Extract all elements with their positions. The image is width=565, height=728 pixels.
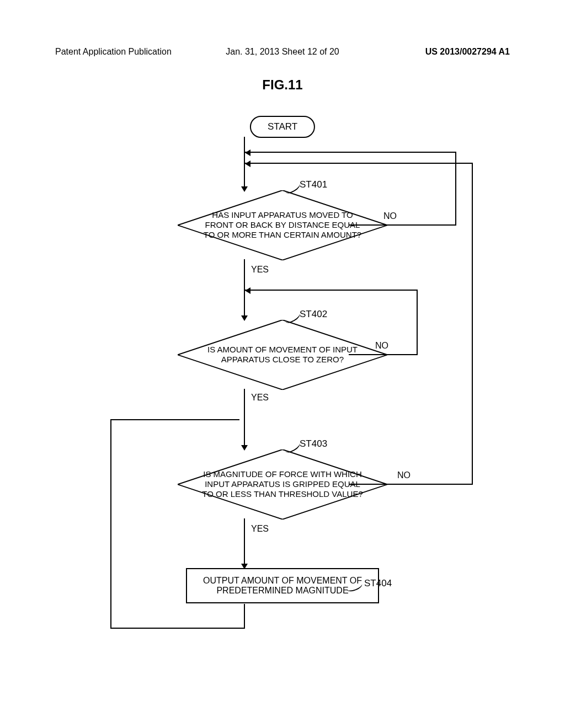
connector-line — [472, 163, 473, 485]
arrow-icon — [245, 160, 250, 167]
connector-line — [110, 419, 239, 420]
step-label-st403: ST403 — [300, 438, 327, 449]
connector-line — [244, 518, 245, 568]
label-yes: YES — [251, 524, 269, 534]
connector-line — [110, 419, 111, 629]
connector-line — [244, 604, 245, 629]
connector-line — [244, 152, 456, 153]
label-no: NO — [383, 211, 397, 221]
label-yes: YES — [251, 393, 269, 403]
step-label-st402: ST402 — [300, 309, 327, 320]
connector-line — [349, 224, 456, 226]
connector-line — [417, 290, 418, 355]
connector-line — [244, 389, 245, 449]
label-yes: YES — [251, 265, 269, 275]
flowchart-start: START — [250, 116, 315, 138]
arrow-icon — [245, 149, 250, 156]
figure-title: FIG.11 — [262, 77, 302, 93]
header-publication: Patent Application Publication — [55, 47, 172, 57]
label-no: NO — [375, 341, 388, 351]
connector-line — [349, 484, 473, 485]
connector-line — [244, 163, 473, 164]
step-label-st404: ST404 — [364, 578, 392, 589]
label-no: NO — [397, 470, 411, 480]
patent-header: Patent Application Publication Jan. 31, … — [0, 47, 565, 57]
step-label-st401: ST401 — [300, 179, 327, 190]
connector-line — [110, 628, 245, 629]
flowchart: START HAS INPUT APPARATUS MOVED TO FRONT… — [0, 110, 565, 717]
decision-st401-text: HAS INPUT APPARATUS MOVED TO FRONT OR BA… — [199, 210, 366, 240]
header-patent-number: US 2013/0027294 A1 — [425, 47, 510, 57]
decision-st402-text: IS AMOUNT OF MOVEMENT OF INPUT APPARATUS… — [199, 345, 366, 365]
connector-line — [244, 290, 418, 291]
arrow-icon — [245, 287, 250, 294]
header-date-sheet: Jan. 31, 2013 Sheet 12 of 20 — [226, 47, 339, 57]
connector-line — [349, 354, 418, 355]
decision-st403-text: IS MAGNITUDE OF FORCE WITH WHICH INPUT A… — [199, 469, 366, 499]
